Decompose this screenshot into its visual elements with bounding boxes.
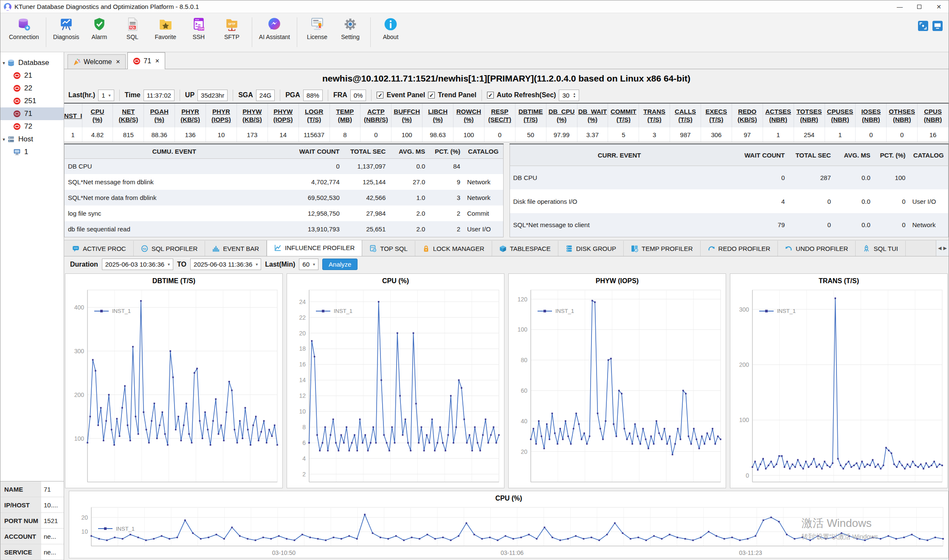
metric-col-header[interactable]: LOGR(T/S) [298, 104, 329, 127]
metric-col-header[interactable]: BUFFCH(%) [391, 104, 422, 127]
scroll-right-icon[interactable]: ▶ [943, 245, 947, 251]
spinner-arrows-icon[interactable]: ▲▼ [573, 92, 576, 98]
metric-col-header[interactable]: RESP(SEC/T) [484, 104, 515, 127]
close-tab-icon[interactable]: ✕ [155, 58, 160, 64]
profiler-tab-sql-tui[interactable]: SQL TUI [856, 241, 906, 256]
metric-col-header[interactable]: CPUS(NBR) [918, 104, 949, 127]
tree-item-db-21[interactable]: 21 [0, 69, 64, 82]
event-col-header[interactable]: WAIT COUNT [284, 144, 343, 158]
metric-col-header[interactable]: PHYW(IOPS) [268, 104, 298, 127]
metric-col-header[interactable]: ROWCH(%) [453, 104, 484, 127]
tree-item-db-251[interactable]: 251 [0, 95, 64, 107]
toolbar-button-favorite[interactable]: Favorite [149, 17, 182, 40]
metric-col-header[interactable]: DBTIME(T/S) [515, 104, 546, 127]
scroll-left-icon[interactable]: ◀ [938, 245, 941, 251]
last-hr-select[interactable]: 1▾ [98, 90, 114, 101]
event-col-header[interactable]: CATALOG [464, 144, 503, 158]
event-col-header[interactable]: WAIT COUNT [729, 144, 788, 166]
event-col-header[interactable]: PCT. (%) [428, 144, 464, 158]
tree-item-db-71[interactable]: 71 [0, 107, 64, 120]
event-col-header[interactable]: AVG. MS [389, 144, 428, 158]
tab-welcome[interactable]: Welcome✕ [68, 54, 126, 69]
toolbar-button-sql[interactable]: SQLSQL [116, 17, 149, 40]
metric-col-header[interactable]: TOTSES(NBR) [794, 104, 825, 127]
metric-col-header[interactable]: PHYR(IOPS) [206, 104, 237, 127]
tab-71[interactable]: 71✕ [127, 52, 165, 69]
metric-col-header[interactable]: PGAH(%) [144, 104, 175, 127]
metric-col-header[interactable]: OTHSES(NBR) [887, 104, 918, 127]
metric-col-header[interactable]: LIBCH(%) [422, 104, 453, 127]
tree-node-host[interactable]: ▾Host [0, 133, 64, 146]
tree-item-db-22[interactable]: 22 [0, 82, 64, 95]
profiler-tab-active-proc[interactable]: ACTIVE PROC [65, 241, 134, 256]
metric-col-header[interactable]: DB_WAIT(%) [577, 104, 608, 127]
metric-col-header[interactable]: PHYR(KB/S) [175, 104, 206, 127]
toolbar-button-sftp[interactable]: SFTPSFTP [215, 17, 248, 40]
event-row[interactable]: log file sync12,958,75027,9842.02Commit [65, 205, 504, 221]
metric-col-header[interactable]: DB_CPU(%) [546, 104, 577, 127]
trend-panel-checkbox[interactable]: ✓ [428, 92, 435, 98]
event-panel-checkbox[interactable]: ✓ [377, 92, 383, 98]
tree-caret-icon[interactable]: ▾ [0, 60, 7, 66]
toolbar-button-connection[interactable]: Connection [6, 17, 42, 40]
toolbar-button-alarm[interactable]: Alarm [83, 17, 116, 40]
metric-col-header[interactable]: NET(KB/S) [113, 104, 144, 127]
metric-col-header[interactable]: PHYW(KB/S) [237, 104, 268, 127]
event-row[interactable]: DB CPU02870.0100 [510, 166, 949, 189]
event-row[interactable]: db file sequential read13,910,79325,6512… [65, 221, 504, 237]
toolbar-button-diagnosis[interactable]: Diagnosis [50, 17, 83, 40]
tree-item-host-1[interactable]: 1 [0, 146, 64, 158]
profiler-tab-temp-profiler[interactable]: TEMP PROFILER [624, 241, 701, 256]
profiler-tab-influence-profiler[interactable]: INFLUENCE PROFILER [267, 240, 362, 256]
profiler-tab-undo-profiler[interactable]: UNDO PROFILER [778, 241, 856, 256]
event-col-header[interactable]: CUMU. EVENT [65, 144, 284, 158]
profiler-tab-event-bar[interactable]: EVENT BAR [205, 241, 267, 256]
toolbar-button-ai-assistant[interactable]: AI Assistant [256, 17, 293, 40]
metric-col-header[interactable]: NST_I [64, 104, 82, 127]
analyze-button[interactable]: Analyze [322, 259, 358, 270]
metric-col-header[interactable]: CALLS(T/S) [670, 104, 701, 127]
event-col-header[interactable]: AVG. MS [834, 144, 874, 166]
toolbar-button-ssh[interactable]: SSHSSH [182, 17, 215, 40]
metric-col-header[interactable]: CPU(%) [82, 104, 113, 127]
toolbar-button-license[interactable]: License [301, 17, 334, 40]
profiler-tab-tablespace[interactable]: TABLESPACE [492, 241, 558, 256]
toolbar-button-setting[interactable]: Setting [334, 17, 367, 40]
event-row[interactable]: DB CPU01,137,0970.084 [65, 158, 504, 174]
auto-refresh-spinner[interactable]: 30▲▼ [559, 90, 579, 101]
metric-col-header[interactable]: EXECS(T/S) [701, 104, 732, 127]
profiler-tab-top-sql[interactable]: SQLTOP SQL [362, 241, 415, 256]
event-col-header[interactable]: CATALOG [909, 144, 948, 166]
profiler-tab-disk-group[interactable]: DISK GROUP [558, 241, 624, 256]
close-button[interactable]: ✕ [929, 0, 949, 13]
toolbar-button-about[interactable]: About [374, 17, 407, 40]
minimize-button[interactable]: — [890, 0, 910, 13]
tree-caret-icon[interactable]: ▾ [0, 137, 7, 142]
tree-item-db-72[interactable]: 72 [0, 120, 64, 133]
auto-refresh-checkbox[interactable]: ✓ [487, 92, 494, 98]
metric-col-header[interactable]: REDO(KB/S) [732, 104, 763, 127]
profiler-tab-lock-manager[interactable]: LOCK MANAGER [415, 241, 492, 256]
maximize-button[interactable] [910, 0, 929, 13]
event-row[interactable]: SQL*Net message from dblink4,702,774125,… [65, 174, 504, 190]
tree-node-database[interactable]: ▾Database [0, 56, 64, 69]
metric-col-header[interactable]: IOSES(NBR) [856, 104, 887, 127]
metric-col-header[interactable]: CPUSES(NBR) [825, 104, 856, 127]
event-row[interactable]: Disk file operations I/O400.00User I/O [510, 189, 949, 213]
duration-from-select[interactable]: 2025-06-03 10:36:36▾ [102, 259, 173, 270]
event-row[interactable]: SQL*Net message to client7900.00Network [510, 213, 949, 237]
metric-col-header[interactable]: TEMP(MB) [329, 104, 360, 127]
metric-col-header[interactable]: COMMIT(T/S) [608, 104, 639, 127]
metric-col-header[interactable]: ACTP(NBR/S) [360, 104, 391, 127]
display-panel-icon[interactable] [932, 21, 943, 33]
event-col-header[interactable]: CURR. EVENT [510, 144, 729, 166]
event-col-header[interactable]: TOTAL SEC [343, 144, 389, 158]
last-min-select[interactable]: 60▾ [299, 259, 318, 270]
metric-col-header[interactable]: ACTSES(NBR) [763, 104, 794, 127]
profiler-tab-sql-profiler[interactable]: SQLSQL PROFILER [134, 241, 206, 256]
event-col-header[interactable]: PCT. (%) [874, 144, 909, 166]
event-row[interactable]: SQL*Net more data from dblink69,502,5304… [65, 190, 504, 205]
event-col-header[interactable]: TOTAL SEC [788, 144, 834, 166]
close-tab-icon[interactable]: ✕ [115, 59, 120, 65]
metric-col-header[interactable]: TRANS(T/S) [639, 104, 670, 127]
